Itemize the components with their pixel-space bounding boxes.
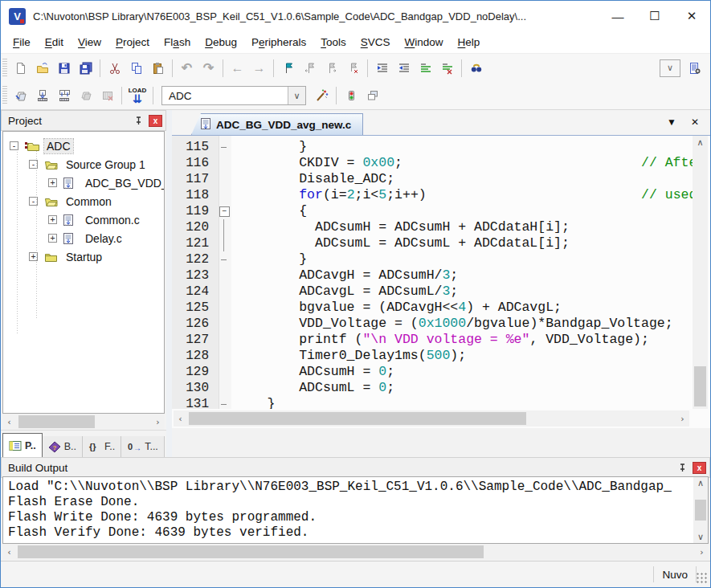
scroll-down-icon[interactable]: ∨ [693,531,708,543]
editor-tab[interactable]: ADC_BG_VDD_avg_new.c [191,113,363,135]
save-icon[interactable] [53,58,75,79]
uncomment-selection-icon[interactable] [436,58,458,79]
scroll-right-icon[interactable]: › [695,544,709,560]
close-button[interactable]: ✕ [673,1,710,31]
panel-splitter[interactable] [166,110,172,457]
code-line-118[interactable]: 118 for(i=2;i<5;i++) // used [172,187,710,203]
new-file-icon[interactable] [10,58,31,79]
scroll-left-icon[interactable]: ‹ [2,414,16,430]
code-line-122[interactable]: 122 } [172,251,710,267]
code-line-125[interactable]: 125 bgvalue = (ADCavgH<<4) + ADCavgL; [172,300,710,316]
tree-item-common[interactable]: -Common [3,192,164,210]
menu-file[interactable]: File [6,33,38,51]
copy-icon[interactable] [125,58,147,79]
search-combo[interactable]: ∨ [660,59,680,77]
tree-item-startup[interactable]: +Startup [3,247,164,266]
bottom-tab-functions-tab[interactable]: {}F.. [83,436,121,457]
code-line-115[interactable]: 115 } [172,139,710,155]
tab-close-icon[interactable]: ✕ [691,116,699,128]
project-panel-close-icon[interactable]: x [149,115,162,127]
menu-svcs[interactable]: SVCS [353,33,398,51]
pin-icon[interactable] [131,114,145,127]
scrollbar-thumb[interactable] [189,412,526,425]
cut-icon[interactable] [104,58,125,79]
scroll-right-icon[interactable]: › [151,414,165,430]
code-line-126[interactable]: 126 VDD_Voltage = (0x1000/bgvalue)*Bandg… [172,316,710,332]
code-line-124[interactable]: 124 ADCavgL = ADCsumL/3; [172,284,710,300]
expand-icon[interactable]: + [48,178,57,187]
build-output-content[interactable]: Load "C:\\Nuvoton\\BSP Library\\N76E003_… [2,476,709,544]
bottom-tab-project-tab[interactable]: P.. [2,433,43,457]
open-file-icon[interactable] [31,58,53,79]
tree-item-delay-c[interactable]: +Delay.c [3,229,164,247]
rebuild-all-icon[interactable] [53,85,75,106]
outdent-icon[interactable] [371,58,393,79]
redo-icon[interactable]: ↷ [198,58,219,79]
code-line-120[interactable]: 120 ADCsumH = ADCsumH + ADCdataH[i]; [172,219,710,235]
menu-project[interactable]: Project [108,33,157,51]
tree-item-common-c[interactable]: +Common.c [3,210,164,229]
code-line-117[interactable]: 117 Disable_ADC; [172,171,710,187]
paste-icon[interactable] [147,58,169,79]
code-line-119[interactable]: 119 { [172,203,710,219]
project-tree[interactable]: -ADC-Source Group 1+ADC_BG_VDD_-Common+C… [2,131,165,414]
batch-build-icon[interactable] [75,85,96,106]
code-line-127[interactable]: 127 printf ("\n VDD voltage = %e", VDD_V… [172,332,710,348]
tab-list-dropdown-icon[interactable]: ▼ [667,116,676,128]
expand-icon[interactable]: + [48,215,57,224]
code-line-116[interactable]: 116 CKDIV = 0x00; // Afte [172,155,710,171]
find-in-files-icon[interactable] [465,58,487,79]
code-line-121[interactable]: 121 ADCsumL = ADCsumL + ADCdataL[i]; [172,235,710,251]
scrollbar-thumb[interactable] [18,545,484,558]
scrollbar-thumb[interactable] [694,366,706,406]
document-settings-icon[interactable] [684,58,705,79]
target-select-dropdown-icon[interactable]: ∨ [288,87,305,104]
expand-icon[interactable]: + [48,234,57,243]
build-output-hscrollbar[interactable]: ‹ › [2,544,709,560]
comment-selection-icon[interactable] [415,58,436,79]
navigate-back-icon[interactable]: ← [227,58,248,79]
bottom-tab-books-tab[interactable]: ?B.. [43,436,83,457]
build-output-close-icon[interactable]: x [693,462,706,474]
editor-vscrollbar[interactable]: ∧ ∨ [693,136,708,409]
undo-icon[interactable]: ↶ [176,58,198,79]
bookmark-next-icon[interactable] [321,58,342,79]
menu-help[interactable]: Help [451,33,488,51]
indent-icon[interactable] [393,58,415,79]
window-stack-icon[interactable] [362,85,383,106]
save-all-icon[interactable] [75,58,96,79]
code-line-131[interactable]: 131 } [172,396,710,409]
minimize-button[interactable]: — [599,1,636,31]
scroll-right-icon[interactable]: › [676,410,689,427]
resize-grip[interactable] [697,573,708,584]
bottom-tab-templates-tab[interactable]: 0→T... [121,436,165,457]
toolbar-drag-handle[interactable] [2,59,7,78]
build-output-vscrollbar[interactable]: ∧ ∨ [693,477,708,543]
tree-item-source-group-1[interactable]: -Source Group 1 [3,155,164,174]
bookmark-toggle-icon[interactable] [277,58,299,79]
stop-build-icon[interactable] [96,85,118,106]
tree-item-adc-bg-vdd[interactable]: +ADC_BG_VDD_ [3,174,164,192]
editor-hscrollbar[interactable]: ‹ › [174,410,689,427]
code-line-123[interactable]: 123 ADCavgH = ADCsumH/3; [172,267,710,284]
project-tree-hscrollbar[interactable]: ‹ › [2,414,165,430]
download-to-flash-icon[interactable]: LOAD⇊ [125,84,149,107]
tree-item-adc[interactable]: -ADC [3,137,164,155]
code-area[interactable]: 115 }116 CKDIV = 0x00; // Afte117 Disabl… [172,136,710,409]
scroll-up-icon[interactable]: ∧ [693,136,708,149]
menu-window[interactable]: Window [398,33,451,51]
menu-peripherals[interactable]: Peripherals [244,33,313,51]
code-line-129[interactable]: 129 ADCsumH = 0; [172,364,710,380]
scroll-left-icon[interactable]: ‹ [174,410,187,427]
target-select[interactable]: ADC ∨ [161,86,306,105]
bookmark-clear-all-icon[interactable] [342,58,364,79]
scroll-up-icon[interactable]: ∧ [693,477,708,489]
menu-tools[interactable]: Tools [313,33,353,51]
scroll-left-icon[interactable]: ‹ [2,544,16,560]
build-target-icon[interactable] [31,85,53,106]
manage-run-time-icon[interactable] [340,85,362,106]
navigate-forward-icon[interactable]: → [248,58,270,79]
menu-view[interactable]: View [71,33,108,51]
maximize-button[interactable]: ☐ [636,1,673,31]
toolbar-drag-handle[interactable] [2,86,7,105]
